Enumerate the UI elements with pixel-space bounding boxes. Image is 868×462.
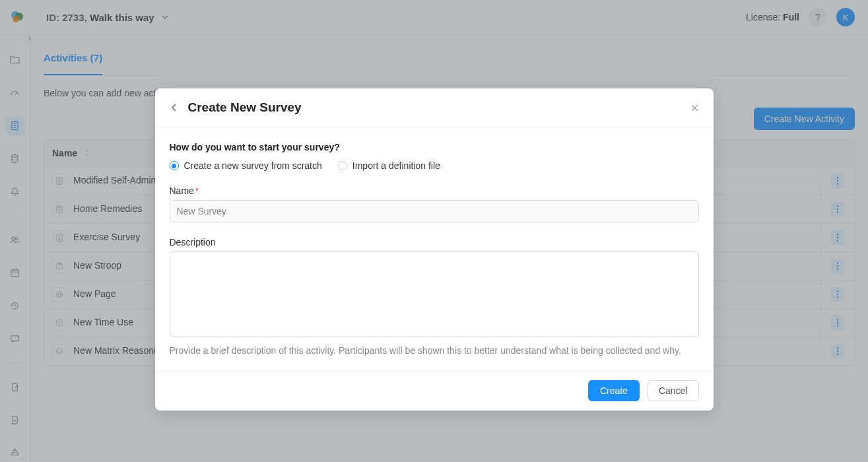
radio-create-scratch[interactable]: Create a new survey from scratch	[170, 160, 322, 171]
name-input[interactable]	[170, 200, 699, 222]
arrow-left-icon	[170, 103, 179, 112]
close-icon	[690, 104, 699, 112]
description-input[interactable]	[170, 251, 699, 337]
modal-close-button[interactable]	[690, 104, 699, 112]
create-survey-modal: Create New Survey How do you want to sta…	[155, 88, 714, 411]
radio-icon	[170, 161, 179, 170]
create-button[interactable]: Create	[588, 380, 640, 401]
modal-back-button[interactable]	[170, 103, 179, 112]
description-helper: Provide a brief description of this acti…	[170, 345, 699, 356]
name-label: Name*	[170, 185, 699, 196]
form-prompt: How do you want to start your survey?	[170, 142, 699, 152]
modal-title: Create New Survey	[188, 100, 690, 115]
description-label: Description	[170, 237, 699, 248]
modal-overlay[interactable]: Create New Survey How do you want to sta…	[0, 0, 868, 462]
radio-icon	[338, 161, 347, 170]
radio-import-file[interactable]: Import a definition file	[338, 160, 440, 171]
cancel-button[interactable]: Cancel	[648, 380, 699, 401]
